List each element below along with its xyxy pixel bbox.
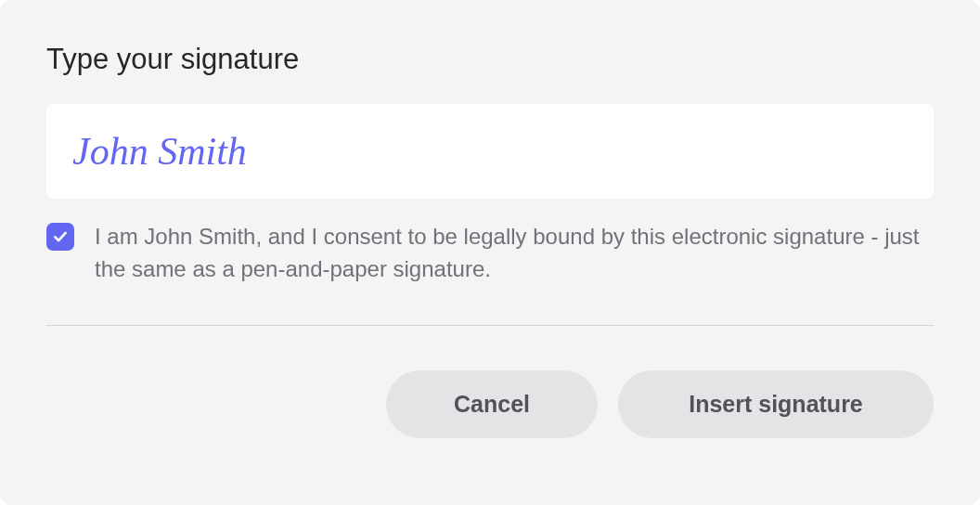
consent-row: I am John Smith, and I consent to be leg… [46, 221, 934, 286]
divider [46, 325, 934, 326]
signature-dialog: Type your signature I am John Smith, and… [0, 0, 980, 505]
cancel-button[interactable]: Cancel [386, 370, 598, 438]
consent-text: I am John Smith, and I consent to be leg… [95, 221, 934, 286]
dialog-actions: Cancel Insert signature [46, 370, 934, 438]
dialog-title: Type your signature [46, 43, 934, 76]
insert-signature-button[interactable]: Insert signature [618, 370, 934, 438]
check-icon [52, 228, 69, 245]
signature-input[interactable] [46, 104, 934, 199]
consent-checkbox[interactable] [46, 223, 74, 251]
